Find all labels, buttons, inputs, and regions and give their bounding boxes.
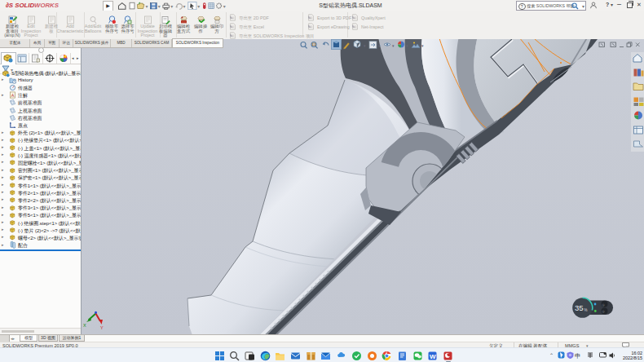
svg-text:W: W [430, 353, 436, 360]
svg-text:%: % [584, 308, 588, 312]
svg-text:▾: ▾ [146, 3, 148, 8]
svg-text:A: A [11, 93, 15, 98]
svg-text:X: X [83, 323, 86, 328]
svg-text:▾: ▾ [183, 3, 185, 8]
svg-text:35: 35 [575, 303, 584, 312]
svg-text:▾: ▾ [170, 3, 173, 8]
svg-text:◷: ◷ [602, 303, 605, 307]
svg-text:◷: ◷ [602, 310, 605, 313]
svg-text:▾: ▾ [197, 3, 200, 8]
svg-text:Y: Y [100, 325, 104, 330]
svg-text:▾: ▾ [158, 3, 161, 8]
svg-text:▾: ▾ [223, 3, 226, 8]
